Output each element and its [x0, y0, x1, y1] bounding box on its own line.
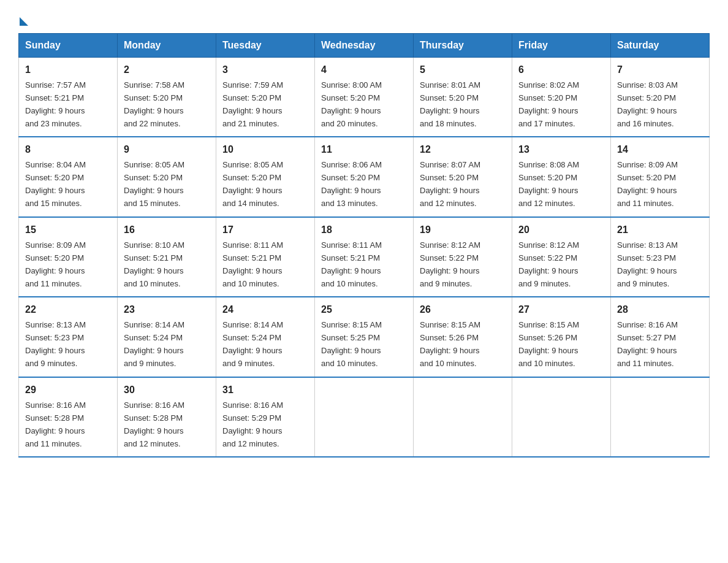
day-number: 1 — [25, 63, 111, 78]
day-info: Sunrise: 8:13 AMSunset: 5:23 PMDaylight:… — [617, 240, 678, 288]
table-row — [315, 377, 414, 457]
day-number: 12 — [420, 142, 506, 158]
day-number: 11 — [321, 142, 407, 158]
day-number: 16 — [124, 223, 210, 238]
table-row: 30Sunrise: 8:16 AMSunset: 5:28 PMDayligh… — [118, 377, 216, 457]
day-info: Sunrise: 8:12 AMSunset: 5:22 PMDaylight:… — [420, 240, 480, 288]
day-number: 10 — [222, 142, 308, 158]
table-row: 10Sunrise: 8:05 AMSunset: 5:20 PMDayligh… — [216, 137, 315, 216]
day-number: 26 — [420, 302, 506, 318]
day-number: 14 — [617, 142, 703, 158]
day-info: Sunrise: 8:14 AMSunset: 5:24 PMDaylight:… — [222, 320, 283, 368]
table-row: 6Sunrise: 8:02 AMSunset: 5:20 PMDaylight… — [512, 58, 611, 137]
day-info: Sunrise: 8:00 AMSunset: 5:20 PMDaylight:… — [321, 80, 382, 128]
table-row: 7Sunrise: 8:03 AMSunset: 5:20 PMDaylight… — [611, 58, 710, 137]
table-row: 21Sunrise: 8:13 AMSunset: 5:23 PMDayligh… — [611, 217, 710, 297]
day-number: 22 — [25, 302, 111, 318]
table-row: 31Sunrise: 8:16 AMSunset: 5:29 PMDayligh… — [216, 377, 315, 457]
day-info: Sunrise: 8:14 AMSunset: 5:24 PMDaylight:… — [124, 320, 184, 368]
table-row: 4Sunrise: 8:00 AMSunset: 5:20 PMDaylight… — [315, 58, 414, 137]
day-number: 27 — [518, 302, 604, 318]
table-row — [611, 377, 710, 457]
day-number: 28 — [617, 302, 703, 318]
day-info: Sunrise: 8:09 AMSunset: 5:20 PMDaylight:… — [25, 240, 86, 288]
table-row: 15Sunrise: 8:09 AMSunset: 5:20 PMDayligh… — [19, 217, 118, 297]
table-row: 3Sunrise: 7:59 AMSunset: 5:20 PMDaylight… — [216, 58, 315, 137]
calendar-week-row: 22Sunrise: 8:13 AMSunset: 5:23 PMDayligh… — [19, 297, 710, 377]
day-info: Sunrise: 8:05 AMSunset: 5:20 PMDaylight:… — [222, 160, 283, 208]
day-number: 2 — [124, 63, 210, 78]
col-saturday: Saturday — [611, 34, 710, 58]
table-row: 13Sunrise: 8:08 AMSunset: 5:20 PMDayligh… — [512, 137, 611, 216]
day-info: Sunrise: 7:59 AMSunset: 5:20 PMDaylight:… — [222, 80, 283, 128]
table-row: 17Sunrise: 8:11 AMSunset: 5:21 PMDayligh… — [216, 217, 315, 297]
table-row: 11Sunrise: 8:06 AMSunset: 5:20 PMDayligh… — [315, 137, 414, 216]
day-info: Sunrise: 8:16 AMSunset: 5:28 PMDaylight:… — [124, 400, 184, 448]
calendar-week-row: 29Sunrise: 8:16 AMSunset: 5:28 PMDayligh… — [19, 377, 710, 457]
day-info: Sunrise: 8:08 AMSunset: 5:20 PMDaylight:… — [518, 160, 579, 208]
table-row: 22Sunrise: 8:13 AMSunset: 5:23 PMDayligh… — [19, 297, 118, 377]
calendar-table: Sunday Monday Tuesday Wednesday Thursday… — [18, 33, 710, 458]
day-info: Sunrise: 8:15 AMSunset: 5:26 PMDaylight:… — [420, 320, 480, 368]
table-row: 18Sunrise: 8:11 AMSunset: 5:21 PMDayligh… — [315, 217, 414, 297]
logo-arrow-icon — [20, 17, 28, 26]
day-info: Sunrise: 8:09 AMSunset: 5:20 PMDaylight:… — [617, 160, 678, 208]
table-row — [512, 377, 611, 457]
col-friday: Friday — [512, 34, 611, 58]
day-info: Sunrise: 8:04 AMSunset: 5:20 PMDaylight:… — [25, 160, 86, 208]
day-number: 24 — [222, 302, 308, 318]
calendar-week-row: 8Sunrise: 8:04 AMSunset: 5:20 PMDaylight… — [19, 137, 710, 216]
day-info: Sunrise: 8:12 AMSunset: 5:22 PMDaylight:… — [518, 240, 579, 288]
table-row: 1Sunrise: 7:57 AMSunset: 5:21 PMDaylight… — [19, 58, 118, 137]
day-info: Sunrise: 8:07 AMSunset: 5:20 PMDaylight:… — [420, 160, 480, 208]
day-number: 21 — [617, 223, 703, 238]
day-info: Sunrise: 8:16 AMSunset: 5:27 PMDaylight:… — [617, 320, 678, 368]
day-number: 13 — [518, 142, 604, 158]
day-number: 30 — [124, 383, 210, 398]
day-info: Sunrise: 8:11 AMSunset: 5:21 PMDaylight:… — [321, 240, 382, 288]
table-row: 8Sunrise: 8:04 AMSunset: 5:20 PMDaylight… — [19, 137, 118, 216]
day-number: 5 — [420, 63, 506, 78]
day-number: 4 — [321, 63, 407, 78]
day-number: 31 — [222, 383, 308, 398]
table-row: 29Sunrise: 8:16 AMSunset: 5:28 PMDayligh… — [19, 377, 118, 457]
day-info: Sunrise: 8:01 AMSunset: 5:20 PMDaylight:… — [420, 80, 480, 128]
day-info: Sunrise: 8:06 AMSunset: 5:20 PMDaylight:… — [321, 160, 382, 208]
col-tuesday: Tuesday — [216, 34, 315, 58]
day-number: 6 — [518, 63, 604, 78]
calendar-week-row: 15Sunrise: 8:09 AMSunset: 5:20 PMDayligh… — [19, 217, 710, 297]
day-info: Sunrise: 8:11 AMSunset: 5:21 PMDaylight:… — [222, 240, 283, 288]
page-header — [18, 15, 710, 22]
day-number: 25 — [321, 302, 407, 318]
table-row: 25Sunrise: 8:15 AMSunset: 5:25 PMDayligh… — [315, 297, 414, 377]
table-row: 28Sunrise: 8:16 AMSunset: 5:27 PMDayligh… — [611, 297, 710, 377]
table-row: 20Sunrise: 8:12 AMSunset: 5:22 PMDayligh… — [512, 217, 611, 297]
day-number: 15 — [25, 223, 111, 238]
day-number: 19 — [420, 223, 506, 238]
table-row: 14Sunrise: 8:09 AMSunset: 5:20 PMDayligh… — [611, 137, 710, 216]
calendar-header-row: Sunday Monday Tuesday Wednesday Thursday… — [19, 34, 710, 58]
day-number: 29 — [25, 383, 111, 398]
day-number: 8 — [25, 142, 111, 158]
day-info: Sunrise: 8:16 AMSunset: 5:29 PMDaylight:… — [222, 400, 283, 448]
day-info: Sunrise: 8:02 AMSunset: 5:20 PMDaylight:… — [518, 80, 579, 128]
logo — [18, 15, 28, 22]
table-row: 12Sunrise: 8:07 AMSunset: 5:20 PMDayligh… — [414, 137, 512, 216]
col-sunday: Sunday — [19, 34, 118, 58]
table-row: 16Sunrise: 8:10 AMSunset: 5:21 PMDayligh… — [118, 217, 216, 297]
day-info: Sunrise: 7:57 AMSunset: 5:21 PMDaylight:… — [25, 80, 86, 128]
table-row — [414, 377, 512, 457]
table-row: 19Sunrise: 8:12 AMSunset: 5:22 PMDayligh… — [414, 217, 512, 297]
day-info: Sunrise: 8:03 AMSunset: 5:20 PMDaylight:… — [617, 80, 678, 128]
table-row: 23Sunrise: 8:14 AMSunset: 5:24 PMDayligh… — [118, 297, 216, 377]
col-monday: Monday — [118, 34, 216, 58]
col-wednesday: Wednesday — [315, 34, 414, 58]
day-number: 3 — [222, 63, 308, 78]
table-row: 9Sunrise: 8:05 AMSunset: 5:20 PMDaylight… — [118, 137, 216, 216]
table-row: 27Sunrise: 8:15 AMSunset: 5:26 PMDayligh… — [512, 297, 611, 377]
calendar-week-row: 1Sunrise: 7:57 AMSunset: 5:21 PMDaylight… — [19, 58, 710, 137]
day-info: Sunrise: 8:05 AMSunset: 5:20 PMDaylight:… — [124, 160, 184, 208]
day-number: 18 — [321, 223, 407, 238]
day-info: Sunrise: 7:58 AMSunset: 5:20 PMDaylight:… — [124, 80, 184, 128]
day-info: Sunrise: 8:13 AMSunset: 5:23 PMDaylight:… — [25, 320, 86, 368]
